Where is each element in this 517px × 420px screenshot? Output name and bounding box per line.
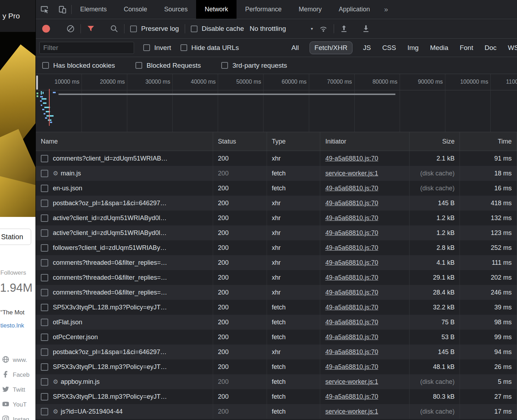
initiator-link[interactable]: 49-a5a68810.js:70 (325, 289, 378, 296)
table-row[interactable]: comments?client_id=zdUqm51WRIAB…200xhr49… (36, 151, 517, 166)
column-header-name[interactable]: Name (36, 132, 213, 151)
filter-pill-ws[interactable]: WS (507, 42, 517, 54)
filter-pill-doc[interactable]: Doc (484, 42, 497, 54)
column-header-size[interactable]: Size (410, 132, 460, 151)
tab-console[interactable]: Console (115, 0, 156, 19)
station-tab[interactable]: Station (0, 229, 31, 245)
column-header-time[interactable]: Time (460, 132, 517, 151)
inspect-element-button[interactable] (36, 0, 54, 19)
tab-performance[interactable]: Performance (237, 0, 290, 19)
column-header-status[interactable]: Status (213, 132, 267, 151)
initiator-link[interactable]: 49-a5a68810.js:70 (325, 214, 378, 222)
toggle-device-toolbar-button[interactable] (54, 0, 71, 19)
initiator-link[interactable]: 49-a5a68810.js:70 (325, 155, 378, 162)
size-value: 145 B (438, 200, 455, 207)
table-row[interactable]: active?client_id=zdUqm51WRIAByd0l…200xhr… (36, 211, 517, 225)
artist-link[interactable]: tiesto.lnk (0, 322, 24, 329)
filter-pill-js[interactable]: JS (362, 42, 372, 54)
filter-pill-media[interactable]: Media (429, 42, 449, 54)
size-value: 75 B (441, 319, 455, 326)
table-row[interactable]: ⚙main.js200fetchservice-worker.js:1(disk… (36, 166, 517, 181)
table-row[interactable]: otFlat.json200fetch49-a5a68810.js:7075 B… (36, 315, 517, 330)
status-cell: 200 (213, 181, 267, 196)
filter-pill-css[interactable]: CSS (382, 42, 397, 54)
table-row[interactable]: active?client_id=zdUqm51WRIAByd0l…200xhr… (36, 225, 517, 240)
throttling-dropdown[interactable]: No throttling ▾ (250, 25, 313, 33)
social-link-yout[interactable]: YouT (0, 397, 35, 412)
column-header-initiator[interactable]: Initiator (320, 132, 410, 151)
filter-pill-fetch-xhr[interactable]: Fetch/XHR (310, 41, 352, 54)
has-blocked-cookies-checkbox[interactable]: Has blocked cookies (42, 62, 115, 69)
filter-input[interactable] (39, 42, 134, 54)
initiator-link[interactable]: 49-a5a68810.js:70 (325, 200, 378, 207)
more-tabs-button[interactable]: » (378, 0, 394, 19)
status-cell: 200 (213, 374, 267, 389)
type-cell: xhr (267, 225, 321, 240)
initiator-link[interactable]: 49-a5a68810.js:70 (325, 319, 378, 326)
table-row[interactable]: comments?threaded=0&filter_replies=…200x… (36, 285, 517, 300)
social-link-instag[interactable]: Instag (0, 412, 35, 420)
column-header-type[interactable]: Type (267, 132, 321, 151)
initiator-link[interactable]: 49-a5a68810.js:70 (325, 304, 378, 311)
table-row[interactable]: comments?threaded=0&filter_replies=…200x… (36, 255, 517, 270)
tab-network[interactable]: Network (196, 0, 237, 19)
table-row[interactable]: comments?threaded=0&filter_replies=…200x… (36, 270, 517, 285)
disable-cache-checkbox[interactable]: Disable cache (191, 25, 244, 33)
initiator-link[interactable]: 49-a5a68810.js:70 (325, 229, 378, 237)
invert-checkbox[interactable]: Invert (143, 44, 171, 52)
social-link-faceb[interactable]: Faceb (0, 368, 35, 382)
search-icon[interactable] (110, 24, 118, 33)
initiator-link[interactable]: 49-a5a68810.js:70 (325, 393, 378, 401)
table-row[interactable]: postback?oz_pl=1&spa=1&ci=646297…200xhr4… (36, 196, 517, 211)
name-cell: ⚙js?id=UA-2519404-44 (36, 404, 213, 419)
initiator-cell: 49-a5a68810.js:70 (320, 196, 410, 211)
export-har-icon[interactable] (362, 24, 370, 33)
filter-pill-font[interactable]: Font (459, 42, 474, 54)
table-row[interactable]: otPcCenter.json200fetch49-a5a68810.js:70… (36, 330, 517, 345)
filter-pill-all[interactable]: All (291, 42, 300, 54)
table-row[interactable]: SP5X3v3tyqPL.128.mp3?Policy=eyJT…200fetc… (36, 359, 517, 374)
tab-sources[interactable]: Sources (156, 0, 196, 19)
tab-elements[interactable]: Elements (72, 0, 115, 19)
type-cell: fetch (267, 389, 321, 404)
initiator-link[interactable]: service-worker.js:1 (325, 170, 378, 177)
blocked-requests-checkbox[interactable]: Blocked Requests (135, 62, 201, 69)
table-row[interactable]: postback?oz_pl=1&spa=1&ci=646297…200xhr4… (36, 345, 517, 359)
table-row[interactable]: SP5X3v3tyqPL.128.mp3?Policy=eyJT…200fetc… (36, 300, 517, 315)
initiator-link[interactable]: 49-a5a68810.js:70 (325, 274, 378, 281)
table-row[interactable]: SP5X3v3tyqPL.128.mp3?Policy=eyJT…200fetc… (36, 389, 517, 404)
initiator-link[interactable]: 49-a5a68810.js:70 (325, 363, 378, 371)
tab-memory[interactable]: Memory (290, 0, 330, 19)
initiator-link[interactable]: 49-a5a68810.js:70 (325, 259, 378, 267)
initiator-link[interactable]: service-worker.js:1 (325, 378, 378, 386)
tab-application[interactable]: Application (330, 0, 378, 19)
initiator-link[interactable]: 49-a5a68810.js:70 (325, 334, 378, 341)
initiator-link[interactable]: service-worker.js:1 (325, 408, 378, 415)
social-link-www[interactable]: www. (0, 353, 35, 368)
table-row[interactable]: followers?client_id=zdUqm51WRIABy…200xhr… (36, 240, 517, 255)
initiator-cell: service-worker.js:1 (320, 404, 410, 419)
filter-pill-img[interactable]: Img (407, 42, 419, 54)
3rd-party-requests-checkbox[interactable]: 3rd-party requests (221, 62, 287, 69)
size-value: 29.1 kB (433, 274, 455, 281)
record-network-log-button[interactable] (42, 25, 50, 33)
social-links-list: www.FacebTwittYouTInstag (0, 353, 35, 420)
table-row[interactable]: en-us.json200fetch49-a5a68810.js:70(disk… (36, 181, 517, 196)
size-value: (disk cache) (420, 408, 455, 415)
network-overview-timeline[interactable]: 10000 ms20000 ms30000 ms40000 ms50000 ms… (36, 74, 517, 132)
import-har-icon[interactable] (340, 24, 348, 33)
table-row[interactable]: ⚙appboy.min.js200fetchservice-worker.js:… (36, 374, 517, 389)
table-row[interactable]: ⚙js?id=UA-2519404-44200fetchservice-work… (36, 404, 517, 419)
social-link-twitt[interactable]: Twitt (0, 382, 35, 397)
status-cell: 200 (213, 330, 267, 345)
preserve-log-checkbox[interactable]: Preserve log (130, 25, 179, 33)
clear-network-log-icon[interactable] (66, 24, 75, 33)
initiator-cell: service-worker.js:1 (320, 166, 410, 181)
hide-data-urls-checkbox[interactable]: Hide data URLs (180, 44, 239, 52)
initiator-link[interactable]: 49-a5a68810.js:70 (325, 244, 378, 252)
network-conditions-icon[interactable] (319, 24, 328, 33)
initiator-link[interactable]: 49-a5a68810.js:70 (325, 185, 378, 192)
filter-icon[interactable] (87, 24, 95, 33)
initiator-link[interactable]: 49-a5a68810.js:70 (325, 348, 378, 356)
timeline-tick-label: 110000 ms (465, 79, 517, 85)
